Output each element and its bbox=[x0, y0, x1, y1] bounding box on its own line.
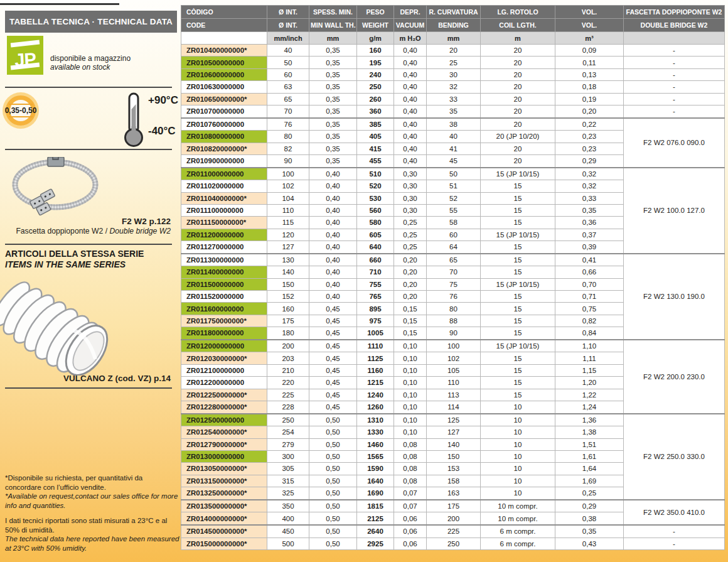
cell-diameter: 225 bbox=[267, 389, 309, 401]
cell-wall: 0,50 bbox=[309, 525, 357, 538]
cell-wall: 0,40 bbox=[309, 204, 357, 216]
cell-bending: 52 bbox=[427, 192, 481, 204]
technical-table: CÒDIGO Ø INT. SPESS. MIN. PESO DEPR. R. … bbox=[181, 5, 725, 550]
cell-wall: 0,35 bbox=[309, 105, 357, 117]
cell-volume: 0,75 bbox=[555, 303, 624, 315]
badge-line-bottom bbox=[9, 116, 33, 117]
cell-bending: 32 bbox=[427, 81, 481, 93]
cell-wall: 0,40 bbox=[309, 241, 357, 254]
footnote-measure-en: The technical data here reported have be… bbox=[5, 534, 179, 553]
table-row: ZR0125000000002500,5013100,10125101,36F2… bbox=[181, 414, 725, 426]
cell-vacuum: 0,20 bbox=[394, 278, 427, 290]
cell-bending: 55 bbox=[427, 204, 481, 216]
cell-weight: 2640 bbox=[357, 525, 394, 538]
cell-weight: 755 bbox=[357, 278, 394, 290]
table-row: ZR010760000000760,353850,4038200,22F2 W2… bbox=[181, 118, 725, 131]
cell-vacuum: 0,20 bbox=[394, 266, 427, 278]
cell-vacuum: 0,30 bbox=[394, 204, 427, 216]
cell-bending: 140 bbox=[427, 438, 481, 450]
cell-diameter: 110 bbox=[267, 204, 309, 216]
cell-vacuum: 0,30 bbox=[394, 192, 427, 204]
cell-diameter: 150 bbox=[267, 278, 309, 290]
cell-coil-length: 15 (JP 10/15) bbox=[481, 340, 555, 352]
cell-weight: 1690 bbox=[357, 487, 394, 500]
cell-volume: 0,84 bbox=[555, 327, 624, 340]
cell-code: ZR011000000000 bbox=[181, 168, 267, 180]
cell-code: ZR011500000000 bbox=[181, 278, 267, 290]
cell-bending: 58 bbox=[427, 217, 481, 229]
cell-coil-length: 10 bbox=[481, 450, 555, 462]
spiral-hose-image bbox=[0, 280, 114, 376]
cell-volume: 1,20 bbox=[555, 377, 624, 389]
cell-coil-length: 15 (JP 10/15) bbox=[481, 168, 555, 180]
cell-bridge-clamp: F2 W2 130.0 190.0 bbox=[624, 254, 725, 340]
cell-vacuum: 0,40 bbox=[394, 131, 427, 143]
cell-vacuum: 0,15 bbox=[394, 303, 427, 315]
cell-vacuum: 0,06 bbox=[394, 512, 427, 525]
cell-diameter: 210 bbox=[267, 364, 309, 376]
cell-weight: 580 bbox=[357, 217, 394, 229]
cell-volume: 1,11 bbox=[555, 352, 624, 364]
cell-diameter: 200 bbox=[267, 340, 309, 352]
cell-coil-length: 20 bbox=[481, 143, 555, 154]
cell-code: ZR011150000000* bbox=[181, 217, 267, 229]
cell-diameter: 228 bbox=[267, 401, 309, 413]
cell-vacuum: 0,40 bbox=[394, 154, 427, 167]
cell-volume: 0,66 bbox=[555, 266, 624, 278]
cell-bending: 250 bbox=[427, 538, 481, 550]
cell-coil-length: 20 (JP 10/20) bbox=[481, 131, 555, 143]
cell-vacuum: 0,15 bbox=[394, 327, 427, 340]
table-header: CÒDIGO Ø INT. SPESS. MIN. PESO DEPR. R. … bbox=[181, 6, 725, 45]
wall-thickness-value: 0,35-0,50 bbox=[5, 106, 37, 115]
footnote-request-it: *Disponibile su richiesta, per quantitat… bbox=[5, 473, 179, 492]
cell-volume: 0,18 bbox=[555, 81, 624, 93]
cell-wall: 0,45 bbox=[309, 377, 357, 389]
cell-bending: 153 bbox=[427, 463, 481, 475]
cell-diameter: 104 bbox=[267, 192, 309, 204]
col-vol: VOL. bbox=[555, 19, 624, 32]
cell-diameter: 152 bbox=[267, 291, 309, 303]
cell-weight: 195 bbox=[357, 57, 394, 68]
cell-vacuum: 0,25 bbox=[394, 217, 427, 229]
cell-wall: 0,40 bbox=[309, 192, 357, 204]
cell-vacuum: 0,40 bbox=[394, 57, 427, 68]
cell-coil-length: 6 m compr. bbox=[481, 525, 555, 538]
cell-wall: 0,35 bbox=[309, 154, 357, 167]
cell-weight: 1125 bbox=[357, 352, 394, 364]
cell-volume: 1,10 bbox=[555, 340, 624, 352]
cell-wall: 0,35 bbox=[309, 57, 357, 68]
col-code: CODE bbox=[181, 19, 267, 32]
col-rotolo: LG. ROTOLO bbox=[481, 6, 555, 19]
cell-coil-length: 15 bbox=[481, 377, 555, 389]
cell-weight: 2925 bbox=[357, 538, 394, 550]
cell-code: ZR010900000000 bbox=[181, 154, 267, 167]
cell-volume: 0,70 bbox=[555, 278, 624, 290]
cell-code: ZR012250000000* bbox=[181, 389, 267, 401]
cell-vacuum: 0,06 bbox=[394, 525, 427, 538]
cell-code: ZR011600000000 bbox=[181, 303, 267, 315]
cell-volume: 1,51 bbox=[555, 438, 624, 450]
cell-bending: 225 bbox=[427, 525, 481, 538]
cell-diameter: 315 bbox=[267, 475, 309, 487]
table-row: ZR010650000000*650,352600,4033200,19- bbox=[181, 93, 725, 105]
cell-bridge-clamp: F2 W2 350.0 410.0 bbox=[624, 500, 725, 525]
cell-diameter: 50 bbox=[267, 57, 309, 68]
cell-coil-length: 20 bbox=[481, 45, 555, 57]
cell-wall: 0,40 bbox=[309, 217, 357, 229]
cell-volume: 0,32 bbox=[555, 180, 624, 192]
cell-coil-length: 15 bbox=[481, 291, 555, 303]
cell-diameter: 300 bbox=[267, 450, 309, 462]
cell-bending: 51 bbox=[427, 180, 481, 192]
table-row: ZR010630000000630,352500,4032200,18- bbox=[181, 81, 725, 93]
cell-wall: 0,45 bbox=[309, 401, 357, 413]
cell-bridge-clamp: F2 W2 100.0 127.0 bbox=[624, 168, 725, 254]
cell-weight: 1310 bbox=[357, 414, 394, 426]
cell-bending: 60 bbox=[427, 229, 481, 240]
cell-volume: 0,23 bbox=[555, 131, 624, 143]
cell-weight: 530 bbox=[357, 192, 394, 204]
cell-diameter: 70 bbox=[267, 105, 309, 117]
cell-weight: 1005 bbox=[357, 327, 394, 340]
cell-diameter: 120 bbox=[267, 229, 309, 240]
cell-bending: 88 bbox=[427, 315, 481, 327]
cell-wall: 0,50 bbox=[309, 500, 357, 512]
